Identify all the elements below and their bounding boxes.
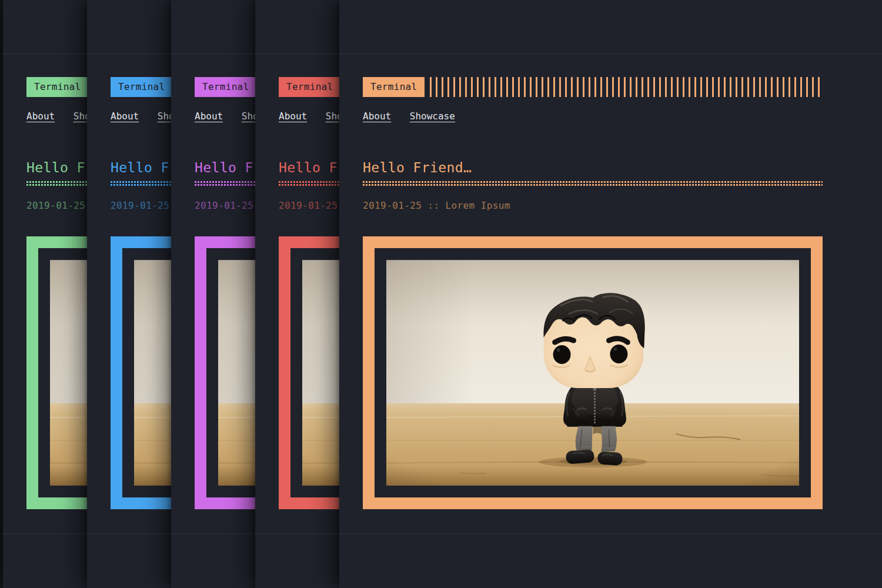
nav-link-about[interactable]: About — [195, 111, 223, 122]
cascading-theme-previews: Terminal About Showcase Hello Friend… 20… — [0, 0, 882, 588]
nav-link-about[interactable]: About — [111, 111, 139, 122]
site-logo[interactable]: Terminal — [363, 77, 425, 97]
post-meta: 2019-01-25 :: Lorem Ipsum — [363, 201, 823, 211]
nav-link-about[interactable]: About — [363, 111, 391, 122]
site-logo[interactable]: Terminal — [111, 77, 172, 97]
nav-link-about[interactable]: About — [26, 111, 55, 122]
nav-link-showcase[interactable]: Showcase — [410, 111, 455, 122]
site-logo[interactable]: Terminal — [26, 77, 88, 97]
header-stripes-decoration — [430, 77, 823, 97]
site-logo[interactable]: Terminal — [195, 77, 256, 97]
footer-divider — [339, 533, 882, 534]
theme-panel-orange[interactable]: Terminal About Showcase Hello Friend… 20… — [339, 0, 882, 588]
nav-link-about[interactable]: About — [279, 111, 307, 122]
header-divider — [339, 54, 882, 54]
dotted-divider — [363, 181, 823, 186]
post-image-frame — [363, 236, 823, 509]
site-logo[interactable]: Terminal — [279, 77, 340, 97]
main-nav: About Showcase — [363, 111, 823, 123]
post-title: Hello Friend… — [363, 161, 823, 175]
funko-figure-photo — [386, 260, 799, 486]
